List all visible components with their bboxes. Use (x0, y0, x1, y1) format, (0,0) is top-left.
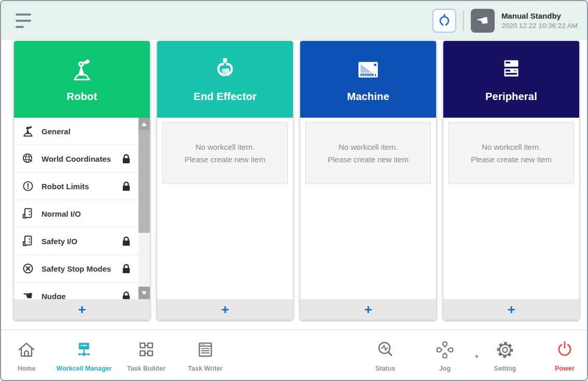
card-end-effector-header: End Effector (157, 41, 293, 118)
list-item-label: Robot Limits (41, 182, 89, 191)
bottom-nav: Home Workcell Manager (1, 330, 587, 380)
plus-icon: + (507, 303, 515, 316)
empty-line2: Please create new item (185, 155, 265, 164)
list-item-label: Safety Stop Modes (41, 264, 111, 273)
card-machine-body: No workcell item. Please create new item (300, 118, 436, 299)
status-magnifier-icon (352, 336, 419, 361)
scroll-down-button[interactable] (138, 287, 150, 299)
lock-icon (121, 263, 131, 274)
gripper-box-icon (211, 56, 239, 84)
hamburger-menu-icon[interactable] (16, 13, 31, 28)
card-title: Robot (67, 91, 97, 103)
add-robot-item-button[interactable]: + (14, 299, 150, 320)
nav-item-status[interactable]: Status (352, 336, 419, 372)
top-bar: ☚ Manual Standby 2020.12.22 10:36:22 AM (1, 1, 587, 40)
list-item-nudge[interactable]: ☚ Nudge (14, 283, 138, 299)
empty-placeholder: No workcell item. Please create new item (162, 122, 288, 184)
robot-arm-icon (68, 56, 96, 84)
card-end-effector-body: No workcell item. Please create new item (157, 118, 293, 299)
plus-icon: + (364, 303, 372, 316)
list-item-label: Nudge (41, 292, 66, 300)
lock-icon (121, 153, 131, 164)
gripper-claw-icon (437, 13, 452, 29)
card-title: Peripheral (485, 91, 537, 103)
datetime-label: 2020.12.22 10:36:22 AM (501, 22, 578, 30)
machine-icon (354, 56, 382, 84)
nav-label: Power (531, 365, 588, 372)
list-item-safety-io[interactable]: Safety I/O (14, 228, 138, 255)
server-rack-icon (497, 56, 525, 84)
nav-label: Status (352, 365, 419, 372)
header-divider (463, 10, 464, 31)
top-right-controls: ☚ Manual Standby 2020.12.22 10:36:22 AM (432, 9, 578, 33)
list-item-normal-io[interactable]: Normal I/O (14, 200, 138, 228)
add-machine-item-button[interactable]: + (300, 299, 436, 320)
setting-gear-icon (471, 336, 539, 361)
nav-item-setting[interactable]: Setting (471, 336, 539, 372)
empty-line2: Please create new item (328, 155, 409, 164)
robot-list-scrollbar[interactable] (138, 118, 150, 299)
nav-item-task-builder[interactable]: Task Builder (113, 336, 180, 372)
empty-placeholder: No workcell item. Please create new item (305, 122, 431, 184)
empty-line1: No workcell item. (339, 143, 398, 151)
io-port-icon (21, 234, 35, 248)
nav-label: Workcell Manager (50, 365, 118, 372)
workcell-cards-row: Robot General (14, 41, 579, 320)
list-item-label: Safety I/O (41, 237, 77, 246)
list-item-general[interactable]: General (14, 118, 138, 145)
nav-item-workcell-manager[interactable]: Workcell Manager (50, 336, 118, 372)
alert-circle-icon (21, 179, 35, 193)
scroll-up-button[interactable] (138, 118, 150, 130)
add-peripheral-item-button[interactable]: + (443, 299, 579, 320)
plus-icon: + (221, 303, 229, 316)
list-item-label: World Coordinates (41, 154, 111, 163)
list-item-robot-limits[interactable]: Robot Limits (14, 173, 138, 200)
nav-label: Setting (471, 365, 539, 372)
robot-arm-icon (21, 124, 35, 138)
nav-item-power[interactable]: Power (531, 336, 588, 372)
lock-icon (121, 236, 131, 247)
list-item-label: General (41, 127, 71, 136)
card-title: Machine (347, 91, 389, 103)
workcell-manager-screen: ☚ Manual Standby 2020.12.22 10:36:22 AM … (0, 0, 588, 381)
card-peripheral: Peripheral No workcell item. Please crea… (443, 41, 579, 320)
empty-line1: No workcell item. (482, 143, 541, 151)
nudge-hand-icon: ☚ (21, 289, 35, 300)
workcell-manager-icon (50, 336, 118, 361)
card-machine: Machine No workcell item. Please create … (300, 41, 436, 320)
list-item-world-coordinates[interactable]: World Coordinates (14, 145, 138, 173)
nav-label: Task Builder (113, 365, 180, 372)
nav-label: Jog (411, 365, 479, 372)
world-globe-icon (21, 152, 35, 166)
hand-grab-icon: ☚ (475, 12, 490, 28)
list-item-safety-stop-modes[interactable]: Safety Stop Modes (14, 255, 138, 283)
stop-circle-icon (21, 262, 35, 276)
plus-icon: + (78, 303, 86, 316)
robot-item-list: General World Coordinates (14, 118, 138, 299)
nav-label: Task Writer (172, 365, 239, 372)
robot-state-label: Manual Standby (501, 11, 578, 20)
card-robot: Robot General (14, 41, 150, 320)
card-robot-header: Robot (14, 41, 150, 118)
task-builder-icon (113, 336, 180, 361)
jog-dpad-icon (411, 336, 479, 361)
manual-mode-badge[interactable]: ☚ (471, 9, 495, 33)
card-machine-header: Machine (300, 41, 436, 118)
scrollbar-thumb[interactable] (138, 130, 150, 233)
add-end-effector-item-button[interactable]: + (157, 299, 293, 320)
power-icon (531, 336, 588, 361)
card-peripheral-header: Peripheral (443, 41, 579, 118)
card-robot-body: General World Coordinates (14, 118, 150, 299)
empty-line2: Please create new item (471, 155, 552, 164)
lock-icon (121, 181, 131, 192)
card-peripheral-body: No workcell item. Please create new item (443, 118, 579, 299)
empty-placeholder: No workcell item. Please create new item (449, 122, 574, 184)
nav-item-task-writer[interactable]: Task Writer (172, 336, 239, 372)
io-port-icon (21, 207, 35, 221)
nav-item-jog[interactable]: Jog (411, 336, 479, 372)
empty-line1: No workcell item. (195, 143, 255, 151)
lock-icon (121, 291, 131, 300)
robot-gripper-button[interactable] (432, 9, 456, 33)
robot-status-block: Manual Standby 2020.12.22 10:36:22 AM (501, 11, 578, 30)
card-title: End Effector (193, 91, 256, 103)
